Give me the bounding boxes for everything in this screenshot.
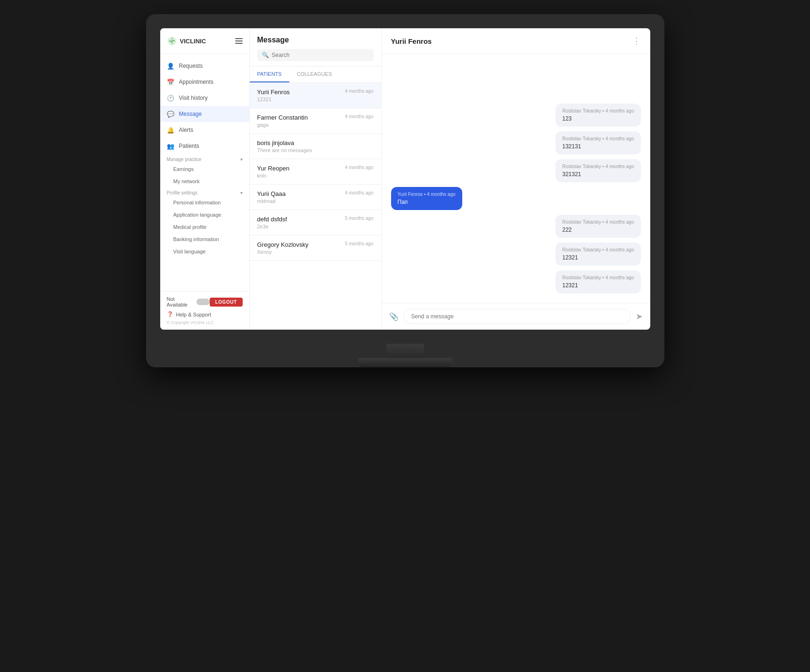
- message-bubble: Rostislav Tokarsky • 4 months ago 222: [556, 215, 640, 238]
- patient-item[interactable]: Yurii Qaaa 4 months ago mldmad: [250, 185, 381, 210]
- patient-item[interactable]: boris jinjolava There are no messages: [250, 134, 381, 159]
- sidebar-item-visit-history[interactable]: 🕐 Visit history: [160, 90, 249, 106]
- message-bubble: Rostislav Tokarsky • 4 months ago 123: [556, 104, 640, 127]
- sidebar-item-alerts[interactable]: 🔔 Alerts: [160, 122, 249, 138]
- patient-item[interactable]: Yur Reopen 4 months ago knln: [250, 159, 381, 185]
- patients-icon: 👥: [167, 142, 174, 150]
- hamburger-menu[interactable]: [235, 38, 243, 44]
- sidebar-item-earnings[interactable]: Earnings: [160, 163, 249, 175]
- sidebar-item-requests[interactable]: 👤 Requests: [160, 58, 249, 74]
- sidebar-item-personal-info[interactable]: Personal information: [160, 196, 249, 209]
- user-icon: 👤: [167, 62, 174, 70]
- logout-button[interactable]: LOGOUT: [210, 298, 243, 307]
- profile-section[interactable]: Profile settings ▾: [160, 187, 249, 196]
- patient-item[interactable]: Yurii Fenros 4 months ago 12321: [250, 83, 381, 108]
- sidebar-item-banking[interactable]: Banking information: [160, 233, 249, 245]
- chevron-down-icon: ▾: [240, 157, 243, 162]
- chat-header: Yurii Fenros ⋮: [382, 28, 650, 54]
- search-icon: 🔍: [262, 52, 269, 58]
- search-input[interactable]: [272, 52, 369, 58]
- attachment-icon[interactable]: 📎: [389, 312, 399, 321]
- chat-messages: Rostislav Tokarsky • 4 months ago 123 Ro…: [382, 54, 650, 303]
- more-options-icon[interactable]: ⋮: [632, 36, 641, 46]
- help-support-link[interactable]: ❓ Help & Support: [167, 311, 243, 317]
- sidebar: VICLINIC 👤 Requests 📅 Appo: [160, 28, 250, 330]
- panel-title: Message: [257, 36, 374, 44]
- message-list-panel: Message 🔍 PATIENTS COLLEAGUES Yurii Fenr…: [250, 28, 382, 330]
- calendar-icon: 📅: [167, 78, 174, 86]
- sidebar-label-alerts: Alerts: [179, 127, 194, 133]
- tab-patients[interactable]: PATIENTS: [250, 66, 289, 82]
- sidebar-label-patients: Patients: [179, 143, 199, 149]
- status-row: Not Available LOGOUT: [167, 296, 243, 308]
- message-bubble: Rostislav Tokarsky • 4 months ago 132131: [556, 131, 640, 154]
- chevron-down-icon-2: ▾: [240, 190, 243, 195]
- logo-text: VICLINIC: [180, 38, 206, 45]
- tabs-row: PATIENTS COLLEAGUES: [250, 66, 381, 83]
- sidebar-label-message: Message: [179, 111, 202, 117]
- logo: VICLINIC: [167, 36, 206, 46]
- help-label: Help & Support: [176, 312, 212, 317]
- sidebar-label-appointments: Appointments: [179, 79, 213, 85]
- message-input[interactable]: [403, 309, 631, 324]
- message-bubble: Rostislav Tokarsky • 4 months ago 321321: [556, 159, 640, 182]
- help-icon: ❓: [167, 311, 173, 317]
- profile-section-label: Profile settings: [167, 190, 198, 195]
- patient-item[interactable]: Gregory Kozlovsky 5 months ago Xenoy: [250, 235, 381, 261]
- chat-input-area: 📎 ➤: [382, 303, 650, 330]
- send-button[interactable]: ➤: [636, 311, 643, 322]
- sidebar-item-appointments[interactable]: 📅 Appointments: [160, 74, 249, 90]
- sidebar-item-my-network[interactable]: My network: [160, 175, 249, 187]
- sidebar-item-app-language[interactable]: Application language: [160, 209, 249, 221]
- chat-user-name: Yurii Fenros: [391, 37, 432, 45]
- sidebar-item-patients[interactable]: 👥 Patients: [160, 138, 249, 154]
- manage-section[interactable]: Manage practice ▾: [160, 154, 249, 163]
- panel-header: Message 🔍: [250, 28, 381, 66]
- message-icon: 💬: [167, 110, 174, 118]
- bell-icon: 🔔: [167, 126, 174, 134]
- status-toggle[interactable]: [196, 299, 210, 305]
- logo-icon: [167, 36, 177, 46]
- sidebar-label-requests: Requests: [179, 63, 203, 69]
- sidebar-bottom: Not Available LOGOUT ❓ Help & Support © …: [160, 291, 249, 330]
- sidebar-label-visit-history: Visit history: [179, 95, 208, 101]
- sidebar-nav: 👤 Requests 📅 Appointments 🕐 Visit histor…: [160, 54, 249, 291]
- chat-area: Yurii Fenros ⋮ Rostislav Tokarsky • 4 mo…: [382, 28, 650, 330]
- search-box[interactable]: 🔍: [257, 49, 374, 61]
- patient-list: Yurii Fenros 4 months ago 12321 Farmer C…: [250, 83, 381, 330]
- message-bubble: Rostislav Tokarsky • 4 months ago 12321: [556, 270, 640, 293]
- status-label: Not Available: [167, 296, 196, 308]
- clock-icon: 🕐: [167, 94, 174, 102]
- copyright: © Copyright VICIinic LLC: [167, 320, 243, 325]
- patient-item[interactable]: Farmer Constantin 4 months ago gaga: [250, 108, 381, 134]
- sidebar-item-visit-language[interactable]: Visit language: [160, 245, 249, 258]
- sidebar-item-message[interactable]: 💬 Message: [160, 106, 249, 122]
- sidebar-logo: VICLINIC: [160, 28, 249, 54]
- message-bubble: Yurii Fenros • 4 months ago Пап: [391, 187, 462, 210]
- sidebar-item-medical-profile[interactable]: Medical profile: [160, 221, 249, 233]
- patient-item[interactable]: defd dsfdsf 5 months ago 2e3e: [250, 210, 381, 235]
- message-bubble: Rostislav Tokarsky • 4 months ago 12321: [556, 243, 640, 266]
- tab-colleagues[interactable]: COLLEAGUES: [289, 66, 340, 82]
- manage-section-label: Manage practice: [167, 157, 202, 162]
